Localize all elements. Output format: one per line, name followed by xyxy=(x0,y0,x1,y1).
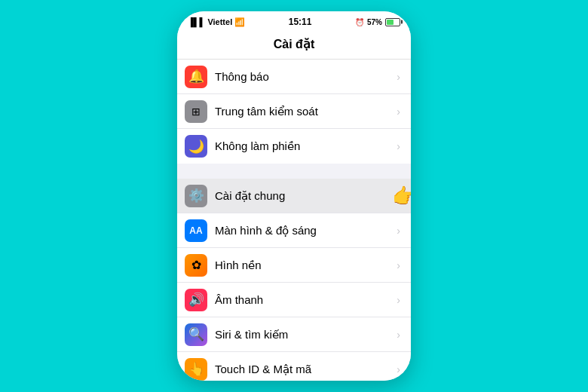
thong-bao-icon: 🔔 xyxy=(185,66,207,88)
row-siri[interactable]: 🔍 Siri & tìm kiếm › xyxy=(177,317,411,352)
cai-dat-chung-label: Cài đặt chung xyxy=(215,189,397,203)
chevron-siri: › xyxy=(397,329,400,341)
wifi-icon: 📶 xyxy=(234,17,245,27)
chevron-man-hinh: › xyxy=(397,225,400,237)
am-thanh-icon: 🔊 xyxy=(185,289,207,311)
touch-id-label: Touch ID & Mật mã xyxy=(215,363,397,376)
siri-label: Siri & tìm kiếm xyxy=(215,328,397,341)
thong-bao-label: Thông báo xyxy=(215,70,397,83)
chevron-khong-lam: › xyxy=(397,140,400,152)
alarm-icon: ⏰ xyxy=(355,18,364,26)
row-am-thanh[interactable]: 🔊 Âm thanh › xyxy=(177,283,411,317)
row-trung-tam[interactable]: ⊞ Trung tâm kiểm soát › xyxy=(177,94,411,129)
row-hinh-nen[interactable]: ✿ Hình nền › xyxy=(177,248,411,283)
trung-tam-label: Trung tâm kiểm soát xyxy=(215,105,397,118)
cai-dat-chung-icon: ⚙️ xyxy=(185,185,207,207)
row-touch-id[interactable]: 👆 Touch ID & Mật mã › xyxy=(177,352,411,381)
settings-group-2: ⚙️ Cài đặt chung › 👉 AA Màn hình & độ sá… xyxy=(177,179,411,381)
status-indicators: ⏰ 57% xyxy=(355,18,400,26)
signal-bars: ▐▌▌ xyxy=(188,17,205,26)
status-bar: ▐▌▌ Viettel 📶 15:11 ⏰ 57% xyxy=(177,11,411,32)
battery-icon xyxy=(385,18,400,26)
row-man-hinh[interactable]: AA Màn hình & độ sáng › xyxy=(177,213,411,248)
row-thong-bao[interactable]: 🔔 Thông báo › xyxy=(177,60,411,94)
scroll-area[interactable]: 🔔 Thông báo › ⊞ Trung tâm kiểm soát › 🌙 … xyxy=(177,60,411,381)
group-gap xyxy=(177,164,411,179)
hinh-nen-icon: ✿ xyxy=(185,254,207,277)
page-title: Cài đặt xyxy=(274,38,314,51)
chevron-am-thanh: › xyxy=(397,294,400,306)
page-title-bar: Cài đặt xyxy=(177,32,411,60)
man-hinh-icon: AA xyxy=(185,219,207,242)
hand-pointer-icon: 👉 xyxy=(392,183,411,208)
am-thanh-label: Âm thanh xyxy=(215,293,397,306)
row-khong-lam[interactable]: 🌙 Không làm phiền › xyxy=(177,129,411,164)
touch-id-icon: 👆 xyxy=(185,358,207,381)
chevron-touch-id: › xyxy=(397,363,400,375)
chevron-thong-bao: › xyxy=(397,71,400,83)
hinh-nen-label: Hình nền xyxy=(215,259,397,272)
siri-icon: 🔍 xyxy=(185,323,207,346)
khong-lam-label: Không làm phiền xyxy=(215,139,397,153)
settings-group-1: 🔔 Thông báo › ⊞ Trung tâm kiểm soát › 🌙 … xyxy=(177,60,411,164)
trung-tam-icon: ⊞ xyxy=(185,100,207,123)
battery-fill xyxy=(387,20,394,25)
clock: 15:11 xyxy=(289,17,312,27)
man-hinh-label: Màn hình & độ sáng xyxy=(215,224,397,237)
chevron-trung-tam: › xyxy=(397,106,400,118)
carrier-name: Viettel xyxy=(207,17,232,26)
chevron-hinh-nen: › xyxy=(397,259,400,271)
khong-lam-icon: 🌙 xyxy=(185,135,207,158)
battery-percent: 57% xyxy=(367,18,382,26)
phone-frame: ▐▌▌ Viettel 📶 15:11 ⏰ 57% Cài đặt 🔔 Thôn… xyxy=(177,11,411,381)
row-cai-dat-chung[interactable]: ⚙️ Cài đặt chung › 👉 xyxy=(177,179,411,213)
carrier-signal: ▐▌▌ Viettel 📶 xyxy=(188,17,245,27)
